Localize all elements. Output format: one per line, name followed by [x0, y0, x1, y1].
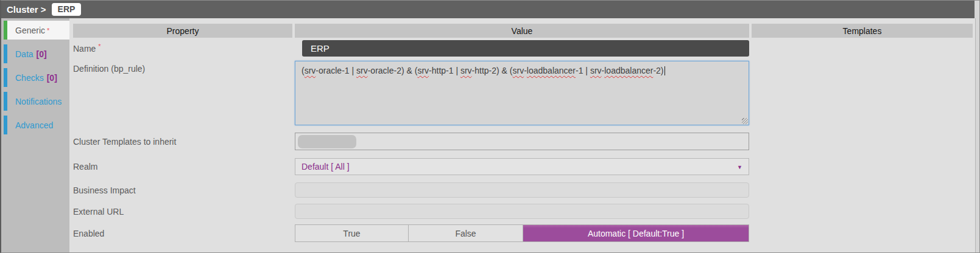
breadcrumb-cluster-link[interactable]: Cluster > [7, 4, 46, 15]
definition-textarea[interactable]: (srv-oracle-1 | srv-oracle-2) & (srv-htt… [295, 61, 749, 125]
enabled-true-button[interactable]: True [295, 225, 409, 241]
realm-select[interactable]: Default [ All ] ▼ [295, 158, 749, 175]
tab-data[interactable]: Data[0] [4, 44, 69, 63]
empty-template-tag[interactable] [298, 135, 356, 148]
templates-inherit-templates-cell [752, 133, 973, 150]
required-asterisk: * [47, 27, 49, 34]
enabled-templates-cell [752, 224, 973, 242]
tab-data-count: [0] [37, 49, 47, 59]
business-impact-row: Business Impact [73, 182, 973, 198]
table-header-row: Property Value Templates [73, 24, 973, 38]
business-impact-input[interactable] [295, 182, 749, 198]
realm-label: Realm [73, 162, 97, 172]
cluster-editor-page: Cluster > ERP Generic* Data[0] Checks[0]… [0, 0, 980, 253]
external-url-templates-cell [752, 204, 973, 219]
name-row: Name* ERP [73, 40, 973, 57]
tab-checks-count: [0] [47, 73, 57, 83]
enabled-toggle-group: True False Automatic [ Default:True ] [295, 224, 749, 242]
enabled-automatic-button[interactable]: Automatic [ Default:True ] [523, 225, 749, 241]
business-impact-templates-cell [752, 182, 973, 198]
tab-advanced[interactable]: Advanced [4, 116, 69, 134]
tab-generic-label: Generic [15, 26, 45, 35]
external-url-label: External URL [73, 207, 124, 217]
definition-text: (srv-oracle-1 | srv-oracle-2) & (srv-htt… [301, 66, 664, 75]
realm-row: Realm Default [ All ] ▼ [73, 158, 973, 175]
column-header-property: Property [73, 24, 292, 38]
resize-grip-icon[interactable] [742, 118, 748, 124]
external-url-row: External URL [73, 204, 973, 219]
breadcrumb-bar: Cluster > ERP [1, 1, 975, 18]
chevron-down-icon: ▼ [737, 164, 742, 170]
name-templates-cell [752, 40, 973, 57]
templates-inherit-row: Cluster Templates to inherit [73, 133, 973, 150]
tab-notifications-label: Notifications [15, 97, 62, 106]
name-label: Name [73, 44, 96, 54]
templates-inherit-label: Cluster Templates to inherit [73, 137, 176, 147]
cluster-templates-input[interactable] [295, 133, 749, 150]
sidebar: Generic* Data[0] Checks[0] Notifications… [1, 18, 69, 253]
business-impact-label: Business Impact [73, 185, 136, 195]
column-header-templates: Templates [752, 24, 973, 38]
tab-checks-label: Checks [15, 73, 44, 83]
tab-advanced-label: Advanced [15, 120, 53, 130]
external-url-input[interactable] [295, 204, 749, 219]
enabled-label: Enabled [73, 229, 104, 238]
cluster-name-badge: ERP [52, 3, 82, 16]
name-input[interactable]: ERP [302, 40, 749, 57]
realm-templates-cell [752, 158, 973, 175]
realm-selected-value: Default [ All ] [301, 162, 350, 172]
enabled-row: Enabled True False Automatic [ Default:T… [73, 224, 973, 242]
definition-row: Definition (bp_rule) (srv-oracle-1 | srv… [73, 61, 973, 125]
tab-checks[interactable]: Checks[0] [4, 68, 69, 87]
text-caret [664, 66, 665, 75]
column-header-value: Value [295, 24, 749, 38]
tab-generic[interactable]: Generic* [4, 21, 69, 40]
enabled-false-button[interactable]: False [409, 225, 523, 241]
definition-templates-cell [752, 61, 973, 125]
form-area: Property Value Templates Name* ERP Defin… [69, 18, 976, 253]
definition-label: Definition (bp_rule) [73, 64, 145, 74]
required-asterisk: * [98, 43, 100, 50]
tab-data-label: Data [15, 49, 33, 59]
tab-notifications[interactable]: Notifications [4, 92, 69, 111]
